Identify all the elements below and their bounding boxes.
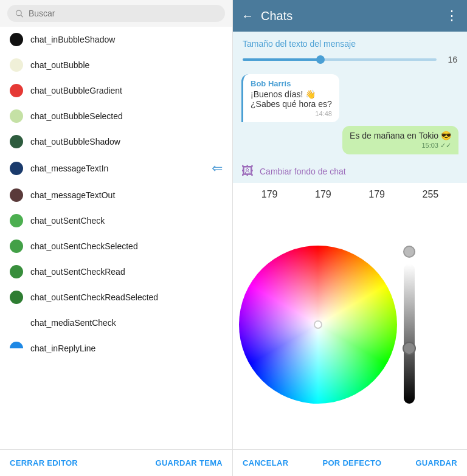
item-label: chat_inReplyLine — [30, 343, 95, 353]
bubble-time-in: 14:48 — [251, 110, 332, 117]
bubble-in: Bob Harris ¡Buenos días! 👋 ¿Sabes qué ho… — [241, 74, 339, 122]
color-values-row: 179179179255 — [233, 183, 467, 202]
por-defecto-button[interactable]: POR DEFECTO — [322, 458, 381, 467]
change-bg-icon: 🖼 — [241, 164, 254, 178]
color-value-1[interactable]: 179 — [315, 189, 331, 200]
bubble-text-line2: ¿Sabes qué hora es? — [251, 99, 332, 109]
bottom-bar-right: CANCELAR POR DEFECTO GUARDAR — [233, 449, 467, 476]
list-item[interactable]: chat_inReplyLine — [0, 336, 232, 361]
color-value-0[interactable]: 179 — [261, 189, 278, 200]
cerrar-editor-button[interactable]: CERRAR EDITOR — [10, 458, 78, 467]
list-item[interactable]: chat_messageTextIn⇐ — [0, 154, 232, 182]
item-label: chat_inBubbleShadow — [30, 35, 115, 44]
item-label: chat_outBubbleShadow — [30, 137, 120, 147]
list-item[interactable]: chat_outSentCheckRead — [0, 259, 232, 285]
slider-row: 16 — [243, 55, 457, 64]
bubble-sender: Bob Harris — [251, 79, 332, 88]
chat-settings-area: Tamaño del texto del mensaje 16 — [233, 32, 467, 69]
guardar-tema-button[interactable]: GUARDAR TEMA — [156, 458, 223, 467]
left-panel: chat_inBubbleShadowchat_outBubblechat_ou… — [0, 0, 233, 476]
list-item[interactable]: chat_outSentCheckReadSelected — [0, 285, 232, 310]
list-item[interactable]: chat_outBubbleShadow — [0, 129, 232, 154]
right-panel: ← Chats ⋮ Tamaño del texto del mensaje 1… — [233, 0, 467, 476]
item-label: chat_outBubbleSelected — [30, 111, 123, 121]
color-dot — [10, 135, 23, 148]
list-item[interactable]: chat_outBubble — [0, 52, 232, 78]
item-label: chat_outSentCheck — [30, 216, 105, 226]
slider-fill — [243, 58, 320, 61]
header-title: Chats — [261, 9, 438, 23]
color-dot — [10, 291, 23, 304]
color-dot — [10, 342, 23, 355]
color-dot — [10, 109, 23, 123]
brightness-slider[interactable] — [403, 246, 415, 404]
list-item[interactable]: chat_outBubbleSelected — [0, 103, 232, 129]
item-label: chat_outSentCheckSelected — [30, 241, 138, 251]
color-picker-area — [233, 202, 467, 449]
search-input-wrap[interactable] — [7, 5, 225, 22]
color-value-2[interactable]: 179 — [368, 189, 385, 200]
color-dot — [10, 188, 23, 202]
brightness-track[interactable] — [404, 264, 415, 404]
wheel-center-dot — [314, 320, 322, 329]
brightness-thumb-bottom[interactable] — [403, 342, 416, 355]
color-dot — [10, 265, 23, 278]
item-label: chat_mediaSentCheck — [30, 318, 116, 328]
more-options-icon[interactable]: ⋮ — [445, 8, 458, 24]
svg-point-0 — [16, 10, 21, 16]
bubble-out: Es de mañana en Tokio 😎 15:03 ✓✓ — [342, 126, 458, 154]
list-item[interactable]: chat_messageTextOut — [0, 182, 232, 208]
list-item[interactable]: chat_mediaSentCheck — [0, 310, 232, 336]
color-dot — [10, 33, 23, 46]
right-header: ← Chats ⋮ — [233, 0, 467, 32]
list-item[interactable]: chat_inBubbleShadow — [0, 27, 232, 52]
color-dot — [10, 214, 23, 227]
cancelar-button[interactable]: CANCELAR — [243, 458, 288, 467]
color-wheel-wrap[interactable] — [239, 246, 397, 404]
color-dot — [10, 84, 23, 97]
color-dot — [10, 58, 23, 72]
arrow-icon: ⇐ — [212, 160, 223, 176]
slider-thumb[interactable] — [316, 55, 325, 64]
color-dot — [10, 316, 23, 329]
chat-bubble-area: Bob Harris ¡Buenos días! 👋 ¿Sabes qué ho… — [233, 69, 467, 159]
brightness-thumb-top — [403, 246, 415, 258]
items-list: chat_inBubbleShadowchat_outBubblechat_ou… — [0, 27, 232, 449]
change-bg-row[interactable]: 🖼 Cambiar fondo de chat — [233, 159, 467, 183]
list-item[interactable]: chat_outBubbleGradient — [0, 78, 232, 103]
item-label: chat_messageTextIn — [30, 164, 108, 173]
search-icon — [15, 9, 24, 18]
color-dot — [10, 162, 23, 175]
item-label: chat_outSentCheckReadSelected — [30, 292, 158, 302]
slider-value: 16 — [443, 55, 457, 64]
list-item[interactable]: chat_outSentCheck — [0, 208, 232, 233]
color-value-3[interactable]: 255 — [423, 189, 439, 200]
bubble-time-out: 15:03 ✓✓ — [350, 142, 451, 150]
item-label: chat_outSentCheckRead — [30, 267, 125, 277]
text-size-slider[interactable] — [243, 58, 437, 61]
item-label: chat_outBubbleGradient — [30, 86, 122, 95]
item-label: chat_messageTextOut — [30, 190, 115, 200]
change-bg-text: Cambiar fondo de chat — [260, 167, 346, 176]
search-input[interactable] — [29, 9, 218, 18]
bubble-text-line1: ¡Buenos días! 👋 — [251, 89, 332, 99]
bottom-bar-left: CERRAR EDITOR GUARDAR TEMA — [0, 449, 232, 476]
list-item[interactable]: chat_outSentCheckSelected — [0, 233, 232, 259]
color-dot — [10, 240, 23, 253]
search-bar — [0, 0, 232, 27]
bubble-out-text: Es de mañana en Tokio 😎 — [350, 131, 451, 140]
text-size-label: Tamaño del texto del mensaje — [243, 39, 457, 49]
guardar-button[interactable]: GUARDAR — [415, 458, 457, 467]
svg-line-1 — [21, 15, 22, 17]
item-label: chat_outBubble — [30, 60, 89, 70]
back-arrow-button[interactable]: ← — [241, 9, 254, 23]
